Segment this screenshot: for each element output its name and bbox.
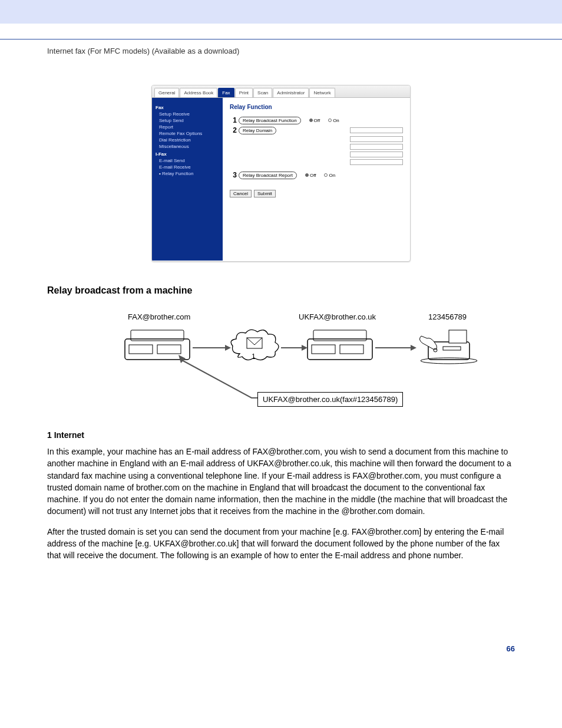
sidebar-item[interactable]: Dial Restriction bbox=[159, 137, 219, 143]
sidebar-item[interactable]: E-mail Receive bbox=[159, 164, 219, 170]
tab-scan[interactable]: Scan bbox=[253, 88, 272, 97]
sidebar-item[interactable]: Setup Receive bbox=[159, 111, 219, 117]
domain-input[interactable] bbox=[350, 159, 403, 165]
sidebar-item[interactable]: Setup Send bbox=[159, 118, 219, 123]
svg-rect-10 bbox=[449, 330, 467, 343]
callout-number-2: 2 bbox=[230, 126, 237, 134]
cloud-number: 1 bbox=[252, 353, 256, 361]
page-header: Internet fax (For MFC models) (Available… bbox=[47, 47, 515, 55]
callout-number-3: 3 bbox=[230, 171, 237, 179]
window-title-bar bbox=[0, 0, 562, 24]
sidebar-item[interactable]: E-mail Send bbox=[159, 158, 219, 163]
relay-function-screenshot: General Address Book Fax Print Scan Admi… bbox=[151, 85, 411, 262]
paragraph-2: After the trusted domain is set you can … bbox=[47, 526, 515, 562]
callout-relay-broadcast-report: Relay Broadcast Report bbox=[239, 172, 297, 179]
tab-fax[interactable]: Fax bbox=[218, 88, 234, 97]
printer-icon bbox=[122, 327, 193, 363]
fax-icon bbox=[416, 324, 481, 365]
page-number: 66 bbox=[47, 644, 515, 653]
svg-rect-7 bbox=[340, 345, 363, 354]
relay-diagram: FAX@brother.com UKFAX@brother.co.uk 1234… bbox=[75, 312, 487, 419]
sidebar-group-ifax: I-Fax bbox=[156, 151, 219, 157]
tab-network[interactable]: Network bbox=[309, 88, 335, 97]
svg-point-11 bbox=[421, 358, 477, 364]
tab-address-book[interactable]: Address Book bbox=[180, 88, 217, 97]
callout-number-1: 1 bbox=[230, 116, 237, 124]
svg-rect-13 bbox=[443, 347, 461, 350]
sidebar-item[interactable]: Remote Fax Options bbox=[159, 131, 219, 136]
svg-rect-8 bbox=[312, 345, 335, 354]
submit-button[interactable]: Submit bbox=[254, 190, 276, 197]
diagram-label-right: 123456789 bbox=[428, 312, 467, 321]
header-rule bbox=[0, 39, 562, 39]
sidebar-item-relay-function[interactable]: Relay Function bbox=[159, 171, 219, 176]
sidebar-item[interactable]: Miscellaneous bbox=[159, 144, 219, 149]
svg-rect-3 bbox=[129, 345, 153, 354]
sidebar-item[interactable]: Report bbox=[159, 124, 219, 130]
domain-input[interactable] bbox=[350, 144, 403, 150]
ui-sidebar: Fax Setup Receive Setup Send Report Remo… bbox=[152, 98, 223, 261]
radio-on[interactable]: On bbox=[328, 118, 339, 123]
svg-marker-19 bbox=[411, 345, 416, 351]
radio-on[interactable]: On bbox=[324, 173, 335, 178]
svg-rect-2 bbox=[157, 345, 181, 354]
radio-off[interactable]: Off bbox=[309, 118, 320, 123]
section-heading: Relay broadcast from a machine bbox=[47, 285, 515, 296]
tab-general[interactable]: General bbox=[154, 88, 179, 97]
diagram-label-mid: UKFAX@brother.co.uk bbox=[299, 312, 376, 321]
ui-main-panel: Relay Function 1 Relay Broadcast Functio… bbox=[223, 98, 410, 261]
cancel-button[interactable]: Cancel bbox=[230, 190, 252, 197]
paragraph-1: In this example, your machine has an E-m… bbox=[47, 446, 515, 518]
radio-off[interactable]: Off bbox=[305, 173, 316, 178]
printer-icon bbox=[305, 327, 375, 363]
sidebar-group-fax: Fax bbox=[156, 105, 219, 110]
callout-relay-domain: Relay Domain bbox=[239, 127, 276, 134]
domain-input[interactable] bbox=[350, 151, 403, 157]
diagram-label-left: FAX@brother.com bbox=[128, 312, 190, 321]
ui-tabbar: General Address Book Fax Print Scan Admi… bbox=[152, 85, 410, 98]
domain-input[interactable] bbox=[350, 127, 403, 133]
tab-administrator[interactable]: Administrator bbox=[273, 88, 309, 97]
diagram-address-box: UKFAX@brother.co.uk(fax#123456789) bbox=[257, 392, 403, 407]
panel-title: Relay Function bbox=[230, 104, 403, 110]
svg-rect-4 bbox=[247, 338, 262, 348]
domain-input[interactable] bbox=[350, 136, 403, 142]
list-heading: 1 Internet bbox=[47, 430, 515, 440]
callout-relay-broadcast-function: Relay Broadcast Function bbox=[239, 117, 301, 124]
tab-print[interactable]: Print bbox=[235, 88, 253, 97]
